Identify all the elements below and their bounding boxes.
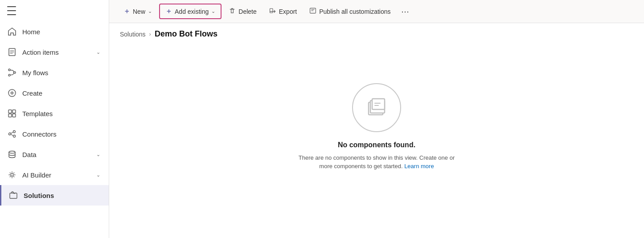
- svg-rect-7: [8, 114, 12, 117]
- sidebar-item-solutions[interactable]: Solutions: [0, 185, 109, 206]
- sidebar-item-create-label: Create: [22, 89, 102, 97]
- add-existing-button[interactable]: ＋ Add existing ⌄: [159, 4, 222, 19]
- sidebar-item-ai-builder-label: AI Builder: [22, 171, 94, 179]
- hamburger-menu[interactable]: [7, 6, 16, 15]
- trash-icon: [229, 7, 236, 16]
- publish-icon: [309, 7, 316, 16]
- svg-point-3: [8, 74, 10, 76]
- connectors-icon: [7, 129, 17, 139]
- create-icon: [7, 88, 17, 98]
- sidebar-item-ai-builder[interactable]: AI Builder ⌄: [0, 165, 109, 185]
- new-button-label: New: [133, 8, 145, 15]
- add-existing-plus-icon: ＋: [165, 7, 172, 16]
- ai-builder-chevron: ⌄: [94, 171, 102, 178]
- sidebar-item-action-items-label: Action items: [22, 48, 94, 56]
- learn-more-link[interactable]: Learn more: [404, 163, 434, 169]
- breadcrumb-current: Demo Bot Flows: [155, 29, 217, 39]
- empty-state-icon-circle: [352, 83, 401, 132]
- home-icon: [7, 27, 17, 36]
- svg-rect-5: [8, 110, 12, 113]
- sidebar-item-create[interactable]: Create: [0, 83, 109, 103]
- templates-icon: [7, 109, 17, 118]
- my-flows-icon: [7, 68, 17, 77]
- svg-point-12: [9, 151, 15, 153]
- action-items-icon: [7, 47, 17, 57]
- breadcrumb-solutions-link[interactable]: Solutions: [120, 31, 146, 38]
- svg-rect-14: [10, 193, 17, 198]
- empty-state-description: There are no components to show in this …: [296, 153, 457, 171]
- export-icon: [269, 7, 276, 16]
- main-content: ＋ New ⌄ ＋ Add existing ⌄ Delete: [109, 0, 644, 238]
- add-existing-chevron-icon: ⌄: [211, 8, 215, 14]
- ai-builder-icon: [7, 170, 17, 180]
- more-button[interactable]: ⋯: [398, 4, 412, 19]
- plus-icon: ＋: [123, 7, 130, 16]
- sidebar-item-data[interactable]: Data ⌄: [0, 144, 109, 165]
- more-icon: ⋯: [401, 7, 409, 16]
- publish-button-label: Publish all customizations: [319, 8, 390, 15]
- sidebar-item-templates-label: Templates: [22, 110, 102, 117]
- empty-state-title: No components found.: [338, 141, 415, 149]
- sidebar-item-templates[interactable]: Templates: [0, 103, 109, 124]
- svg-rect-19: [372, 99, 385, 109]
- sidebar: Home Action items ⌄: [0, 0, 109, 238]
- svg-point-10: [13, 131, 16, 133]
- empty-state: No components found. There are no compon…: [109, 42, 644, 238]
- sidebar-item-action-items[interactable]: Action items ⌄: [0, 42, 109, 62]
- export-button[interactable]: Export: [264, 4, 302, 18]
- svg-point-9: [9, 133, 11, 135]
- delete-button-label: Delete: [238, 8, 256, 15]
- breadcrumb: Solutions › Demo Bot Flows: [109, 23, 644, 42]
- svg-rect-6: [12, 110, 16, 113]
- svg-point-13: [11, 173, 13, 176]
- sidebar-nav: Home Action items ⌄: [0, 21, 109, 238]
- toolbar: ＋ New ⌄ ＋ Add existing ⌄ Delete: [109, 0, 644, 23]
- sidebar-item-my-flows[interactable]: My flows: [0, 62, 109, 83]
- svg-point-11: [13, 135, 16, 137]
- sidebar-header: [0, 0, 109, 21]
- new-button[interactable]: ＋ New ⌄: [118, 4, 157, 18]
- new-chevron-icon: ⌄: [148, 8, 152, 14]
- export-button-label: Export: [279, 8, 297, 15]
- sidebar-item-solutions-label: Solutions: [24, 192, 102, 199]
- sidebar-item-home-label: Home: [22, 28, 102, 36]
- svg-rect-15: [270, 8, 272, 13]
- data-chevron: ⌄: [94, 151, 102, 158]
- solutions-icon: [8, 190, 18, 200]
- publish-button[interactable]: Publish all customizations: [304, 4, 396, 18]
- breadcrumb-separator: ›: [149, 31, 151, 37]
- sidebar-item-my-flows-label: My flows: [22, 69, 102, 77]
- svg-point-1: [8, 69, 10, 71]
- sidebar-item-connectors-label: Connectors: [22, 130, 102, 138]
- add-existing-button-label: Add existing: [175, 8, 209, 15]
- empty-components-icon: [363, 94, 390, 121]
- svg-rect-8: [12, 114, 16, 117]
- sidebar-item-home[interactable]: Home: [0, 21, 109, 42]
- action-items-chevron: ⌄: [94, 48, 102, 56]
- data-icon: [7, 149, 17, 159]
- delete-button[interactable]: Delete: [223, 4, 262, 18]
- sidebar-item-connectors[interactable]: Connectors: [0, 124, 109, 144]
- sidebar-item-data-label: Data: [22, 151, 94, 158]
